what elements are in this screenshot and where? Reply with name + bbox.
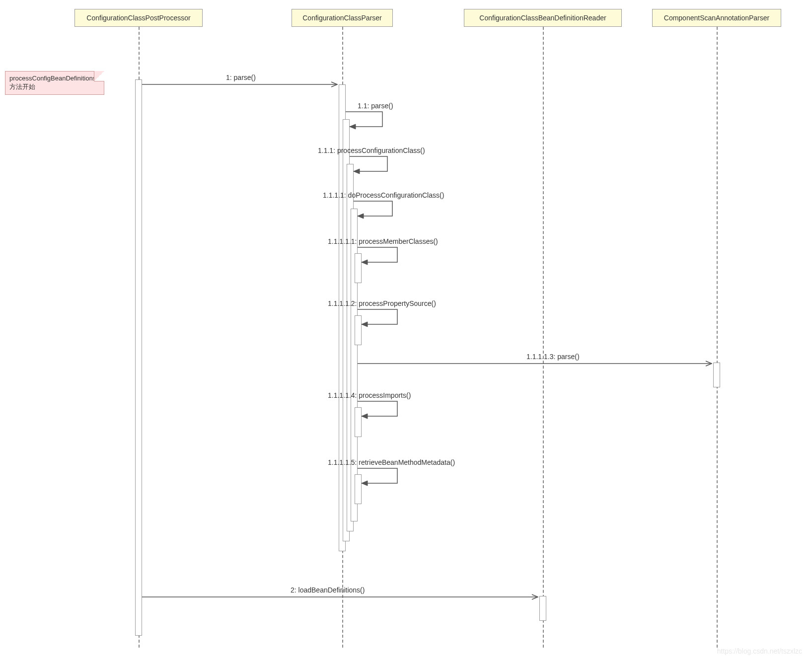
participant-label: ConfigurationClassParser (302, 14, 382, 22)
participant-label: ConfigurationClassBeanDefinitionReader (479, 14, 606, 22)
participant-p4: ComponentScanAnnotationParser (652, 9, 781, 27)
participant-p2: ConfigurationClassParser (292, 9, 393, 27)
participant-label: ConfigurationClassPostProcessor (86, 14, 190, 22)
lifeline-p3 (543, 27, 544, 648)
start-note: processConfigBeanDefinitions方法开始 (5, 71, 104, 95)
participant-p1: ConfigurationClassPostProcessor (74, 9, 203, 27)
msg-1-1-1-1-5: 1.1.1.1.5: retrieveBeanMethodMetadata() (328, 458, 455, 466)
msg-1-1: 1.1: parse() (358, 102, 393, 110)
participant-label: ComponentScanAnnotationParser (664, 14, 769, 22)
note-fold-icon (94, 71, 104, 81)
note-text: processConfigBeanDefinitions方法开始 (9, 74, 96, 90)
msg-1-1-1: 1.1.1: processConfigurationClass() (318, 147, 425, 154)
activation-p1 (135, 79, 142, 636)
msg-1-1-1-1: 1.1.1.1: doProcessConfigurationClass() (323, 191, 444, 199)
lifeline-p4 (717, 27, 718, 648)
activation-p2-5d (355, 474, 362, 504)
arrows-layer (0, 0, 812, 665)
activation-p3 (539, 596, 546, 621)
participant-p3: ConfigurationClassBeanDefinitionReader (464, 9, 622, 27)
msg-1: 1: parse() (226, 74, 256, 81)
activation-p2-5c (355, 407, 362, 437)
msg-2: 2: loadBeanDefinitions() (291, 586, 365, 594)
activation-p2-5b (355, 315, 362, 345)
watermark: https://blog.csdn.net/tszxlzc (717, 647, 802, 655)
sequence-diagram: ConfigurationClassPostProcessor Configur… (0, 0, 812, 665)
activation-p2-5a (355, 253, 362, 283)
msg-1-1-1-1-2: 1.1.1.1.2: processPropertySource() (328, 299, 436, 307)
activation-p4 (713, 363, 720, 387)
msg-1-1-1-1-1: 1.1.1.1.1: processMemberClasses() (328, 237, 438, 245)
msg-1-1-1-1-4: 1.1.1.1.4: processImports() (328, 391, 411, 399)
msg-1-1-1-1-3: 1.1.1.1.3: parse() (526, 353, 580, 361)
